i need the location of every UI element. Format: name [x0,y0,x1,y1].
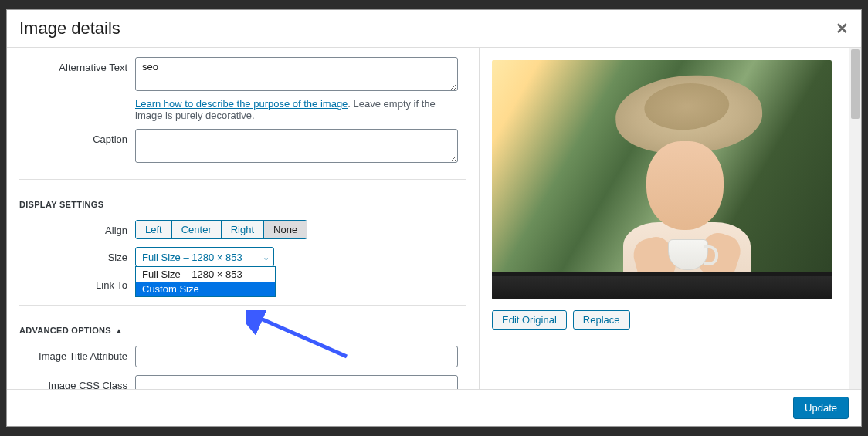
alt-text-input[interactable]: seo [135,57,458,91]
align-row: Align Left Center Right None [19,220,466,239]
align-button-group: Left Center Right None [135,220,307,239]
size-row: Size Full Size – 1280 × 853 ⌄ Full Size … [19,247,466,267]
caption-row: Caption [19,129,466,165]
triangle-up-icon: ▲ [115,326,123,335]
size-select-value: Full Size – 1280 × 853 [142,252,242,263]
left-pane: Alternative Text seo Learn how to descri… [7,48,480,389]
align-control: Left Center Right None [135,220,466,239]
size-select[interactable]: Full Size – 1280 × 853 ⌄ Full Size – 128… [135,247,274,267]
image-details-modal: Image details ✕ Alternative Text seo Lea… [6,9,862,427]
scrollbar[interactable] [849,48,861,389]
modal-header: Image details ✕ [7,10,861,47]
modal-title: Image details [19,19,120,39]
display-settings-heading: DISPLAY SETTINGS [19,200,466,209]
image-preview [492,60,832,299]
alt-text-label: Alternative Text [19,57,135,73]
size-control: Full Size – 1280 × 853 ⌄ Full Size – 128… [135,247,466,267]
size-dropdown: Full Size – 1280 × 853 Custom Size [135,266,276,297]
scrollbar-thumb[interactable] [851,49,860,119]
divider [19,179,466,180]
size-option-custom[interactable]: Custom Size [136,282,275,296]
divider-2 [19,305,466,306]
image-title-control [135,346,466,367]
advanced-options-label: ADVANCED OPTIONS [19,326,111,335]
size-option-full[interactable]: Full Size – 1280 × 853 [136,267,275,282]
chevron-down-icon: ⌄ [263,252,270,262]
align-right-button[interactable]: Right [222,221,264,238]
align-none-button[interactable]: None [264,221,307,238]
alt-help-text: Learn how to describe the purpose of the… [135,98,458,121]
alt-text-control: seo Learn how to describe the purpose of… [135,57,466,121]
image-title-row: Image Title Attribute [19,346,466,367]
modal-body: Alternative Text seo Learn how to descri… [7,47,861,389]
size-label: Size [19,247,135,263]
edit-original-button[interactable]: Edit Original [492,310,567,330]
close-icon[interactable]: ✕ [836,19,849,38]
link-to-label: Link To [19,275,135,291]
align-center-button[interactable]: Center [172,221,222,238]
caption-input[interactable] [135,129,458,163]
alt-help-link[interactable]: Learn how to describe the purpose of the… [135,98,348,110]
image-css-row: Image CSS Class [19,375,466,389]
preview-actions: Edit Original Replace [492,310,849,330]
image-title-label: Image Title Attribute [19,346,135,362]
alt-text-row: Alternative Text seo Learn how to descri… [19,57,466,121]
modal-footer: Update [7,389,861,426]
update-button[interactable]: Update [793,397,849,419]
image-title-input[interactable] [135,346,458,367]
size-select-display[interactable]: Full Size – 1280 × 853 [135,247,274,267]
image-css-control [135,375,466,389]
caption-label: Caption [19,129,135,145]
align-label: Align [19,220,135,236]
align-left-button[interactable]: Left [136,221,172,238]
right-pane: Edit Original Replace [480,48,861,389]
replace-button[interactable]: Replace [573,310,630,330]
image-css-input[interactable] [135,375,458,389]
caption-control [135,129,466,165]
advanced-options-heading[interactable]: ADVANCED OPTIONS ▲ [19,326,123,335]
image-css-label: Image CSS Class [19,375,135,389]
